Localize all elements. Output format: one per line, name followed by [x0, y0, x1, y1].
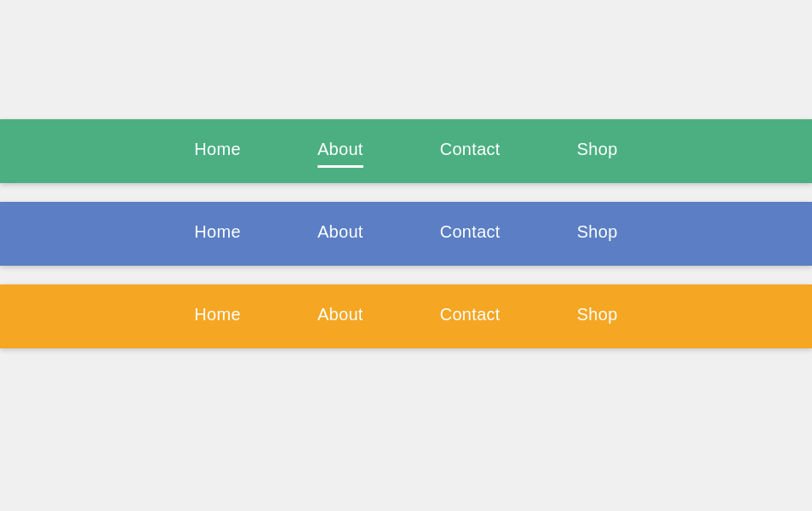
nav-item-contact-1[interactable]: Contact	[440, 140, 500, 163]
nav-item-contact-3[interactable]: Contact	[440, 305, 500, 328]
nav-item-home-2[interactable]: Home	[194, 222, 241, 245]
nav-item-home-1[interactable]: Home	[194, 140, 241, 163]
navbar-3: HomeAboutContactShop	[0, 284, 812, 348]
nav-item-about-1[interactable]: About	[317, 140, 363, 163]
navbar-2: HomeAboutContactShop	[0, 202, 812, 266]
nav-item-shop-3[interactable]: Shop	[577, 305, 618, 328]
nav-items-3: HomeAboutContactShop	[194, 305, 617, 328]
nav-item-shop-2[interactable]: Shop	[577, 222, 618, 245]
nav-item-home-3[interactable]: Home	[194, 305, 241, 328]
page-wrapper: HomeAboutContactShopHomeAboutContactShop…	[0, 0, 812, 511]
nav-item-shop-1[interactable]: Shop	[577, 140, 618, 163]
nav-item-about-2[interactable]: About	[317, 222, 363, 245]
nav-item-about-3[interactable]: About	[317, 305, 363, 328]
nav-items-2: HomeAboutContactShop	[194, 222, 617, 245]
nav-items-1: HomeAboutContactShop	[194, 140, 617, 163]
nav-item-contact-2[interactable]: Contact	[440, 222, 500, 245]
navbar-1: HomeAboutContactShop	[0, 119, 812, 183]
